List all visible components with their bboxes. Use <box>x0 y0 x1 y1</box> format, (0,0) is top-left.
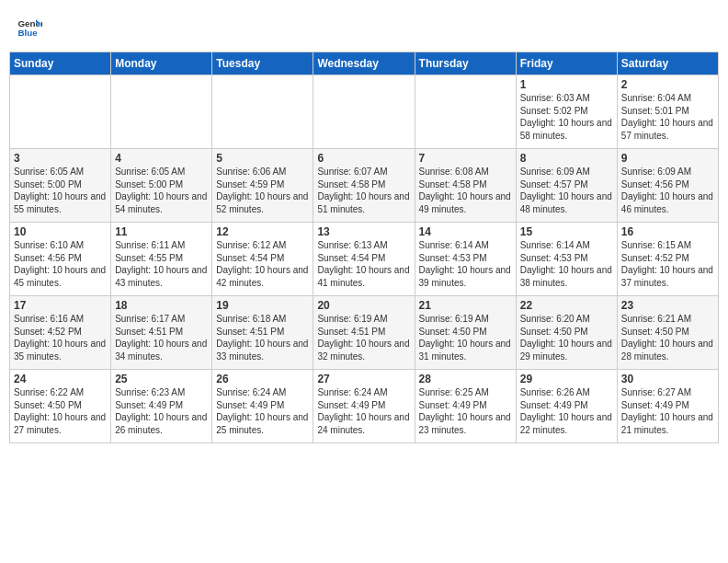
day-info: Sunrise: 6:17 AM Sunset: 4:51 PM Dayligh… <box>115 313 208 362</box>
calendar-cell: 26Sunrise: 6:24 AM Sunset: 4:49 PM Dayli… <box>212 370 313 443</box>
calendar-cell: 12Sunrise: 6:12 AM Sunset: 4:54 PM Dayli… <box>212 223 313 296</box>
day-number: 17 <box>14 299 107 312</box>
day-number: 13 <box>317 225 410 238</box>
day-number: 2 <box>621 78 714 91</box>
calendar-cell: 2Sunrise: 6:04 AM Sunset: 5:01 PM Daylig… <box>617 75 718 149</box>
calendar-cell: 16Sunrise: 6:15 AM Sunset: 4:52 PM Dayli… <box>617 223 718 296</box>
calendar-week-row: 1Sunrise: 6:03 AM Sunset: 5:02 PM Daylig… <box>10 75 719 149</box>
day-number: 12 <box>216 225 309 238</box>
day-number: 15 <box>520 225 613 238</box>
day-info: Sunrise: 6:07 AM Sunset: 4:58 PM Dayligh… <box>317 166 410 215</box>
day-number: 20 <box>317 299 410 312</box>
calendar-cell: 15Sunrise: 6:14 AM Sunset: 4:53 PM Dayli… <box>516 223 617 296</box>
calendar-week-row: 3Sunrise: 6:05 AM Sunset: 5:00 PM Daylig… <box>10 149 719 223</box>
page-header: General Blue <box>9 9 719 46</box>
logo-icon: General Blue <box>17 13 42 39</box>
day-info: Sunrise: 6:21 AM Sunset: 4:50 PM Dayligh… <box>621 313 714 362</box>
calendar-cell: 29Sunrise: 6:26 AM Sunset: 4:49 PM Dayli… <box>516 370 617 443</box>
calendar-cell: 19Sunrise: 6:18 AM Sunset: 4:51 PM Dayli… <box>212 296 313 370</box>
day-number: 14 <box>419 225 512 238</box>
calendar-cell: 20Sunrise: 6:19 AM Sunset: 4:51 PM Dayli… <box>313 296 415 370</box>
calendar-cell: 8Sunrise: 6:09 AM Sunset: 4:57 PM Daylig… <box>516 149 617 223</box>
calendar-cell <box>313 75 415 149</box>
day-number: 29 <box>520 373 613 385</box>
weekday-header-saturday: Saturday <box>617 52 718 75</box>
weekday-header-sunday: Sunday <box>10 52 111 75</box>
logo: General Blue <box>17 13 44 42</box>
calendar-cell: 10Sunrise: 6:10 AM Sunset: 4:56 PM Dayli… <box>10 223 111 296</box>
day-info: Sunrise: 6:14 AM Sunset: 4:53 PM Dayligh… <box>419 239 512 289</box>
day-number: 10 <box>14 225 107 238</box>
calendar-cell: 1Sunrise: 6:03 AM Sunset: 5:02 PM Daylig… <box>516 75 617 149</box>
day-info: Sunrise: 6:23 AM Sunset: 4:49 PM Dayligh… <box>115 386 208 436</box>
day-info: Sunrise: 6:06 AM Sunset: 4:59 PM Dayligh… <box>216 166 309 215</box>
day-number: 1 <box>520 78 613 91</box>
calendar-cell: 22Sunrise: 6:20 AM Sunset: 4:50 PM Dayli… <box>516 296 617 370</box>
day-number: 24 <box>14 373 107 385</box>
calendar-cell: 25Sunrise: 6:23 AM Sunset: 4:49 PM Dayli… <box>111 370 212 443</box>
day-info: Sunrise: 6:05 AM Sunset: 5:00 PM Dayligh… <box>115 166 208 215</box>
calendar-cell: 11Sunrise: 6:11 AM Sunset: 4:55 PM Dayli… <box>111 223 212 296</box>
day-number: 30 <box>621 373 714 385</box>
calendar-cell: 23Sunrise: 6:21 AM Sunset: 4:50 PM Dayli… <box>617 296 718 370</box>
day-number: 7 <box>419 152 512 165</box>
day-info: Sunrise: 6:13 AM Sunset: 4:54 PM Dayligh… <box>317 239 410 289</box>
calendar-cell: 27Sunrise: 6:24 AM Sunset: 4:49 PM Dayli… <box>313 370 415 443</box>
day-number: 11 <box>115 225 208 238</box>
day-info: Sunrise: 6:05 AM Sunset: 5:00 PM Dayligh… <box>14 166 107 215</box>
day-number: 8 <box>520 152 613 165</box>
day-number: 4 <box>115 152 208 165</box>
day-info: Sunrise: 6:24 AM Sunset: 4:49 PM Dayligh… <box>216 386 309 436</box>
calendar-cell: 14Sunrise: 6:14 AM Sunset: 4:53 PM Dayli… <box>415 223 516 296</box>
calendar-cell: 5Sunrise: 6:06 AM Sunset: 4:59 PM Daylig… <box>212 149 313 223</box>
calendar-cell <box>212 75 313 149</box>
weekday-header-friday: Friday <box>516 52 617 75</box>
calendar-week-row: 24Sunrise: 6:22 AM Sunset: 4:50 PM Dayli… <box>10 370 719 443</box>
day-number: 19 <box>216 299 309 312</box>
weekday-header-wednesday: Wednesday <box>313 52 415 75</box>
day-info: Sunrise: 6:16 AM Sunset: 4:52 PM Dayligh… <box>14 313 107 362</box>
day-info: Sunrise: 6:10 AM Sunset: 4:56 PM Dayligh… <box>14 239 107 289</box>
calendar-cell <box>10 75 111 149</box>
calendar-cell <box>111 75 212 149</box>
day-info: Sunrise: 6:22 AM Sunset: 4:50 PM Dayligh… <box>14 386 107 436</box>
day-number: 21 <box>419 299 512 312</box>
day-number: 25 <box>115 373 208 385</box>
day-number: 6 <box>317 152 410 165</box>
calendar-cell: 18Sunrise: 6:17 AM Sunset: 4:51 PM Dayli… <box>111 296 212 370</box>
calendar-table: SundayMondayTuesdayWednesdayThursdayFrid… <box>9 52 719 443</box>
day-number: 22 <box>520 299 613 312</box>
calendar-cell <box>415 75 516 149</box>
weekday-header-row: SundayMondayTuesdayWednesdayThursdayFrid… <box>10 52 719 75</box>
calendar-week-row: 17Sunrise: 6:16 AM Sunset: 4:52 PM Dayli… <box>10 296 719 370</box>
day-info: Sunrise: 6:26 AM Sunset: 4:49 PM Dayligh… <box>520 386 613 436</box>
calendar-cell: 6Sunrise: 6:07 AM Sunset: 4:58 PM Daylig… <box>313 149 415 223</box>
weekday-header-tuesday: Tuesday <box>212 52 313 75</box>
calendar-cell: 13Sunrise: 6:13 AM Sunset: 4:54 PM Dayli… <box>313 223 415 296</box>
day-number: 16 <box>621 225 714 238</box>
day-info: Sunrise: 6:14 AM Sunset: 4:53 PM Dayligh… <box>520 239 613 289</box>
day-number: 9 <box>621 152 714 165</box>
day-info: Sunrise: 6:20 AM Sunset: 4:50 PM Dayligh… <box>520 313 613 362</box>
day-info: Sunrise: 6:09 AM Sunset: 4:57 PM Dayligh… <box>520 166 613 215</box>
day-number: 27 <box>317 373 410 385</box>
day-info: Sunrise: 6:15 AM Sunset: 4:52 PM Dayligh… <box>621 239 714 289</box>
day-number: 3 <box>14 152 107 165</box>
day-info: Sunrise: 6:27 AM Sunset: 4:49 PM Dayligh… <box>621 386 714 436</box>
calendar-cell: 24Sunrise: 6:22 AM Sunset: 4:50 PM Dayli… <box>10 370 111 443</box>
calendar-cell: 7Sunrise: 6:08 AM Sunset: 4:58 PM Daylig… <box>415 149 516 223</box>
day-number: 5 <box>216 152 309 165</box>
calendar-cell: 3Sunrise: 6:05 AM Sunset: 5:00 PM Daylig… <box>10 149 111 223</box>
calendar-cell: 21Sunrise: 6:19 AM Sunset: 4:50 PM Dayli… <box>415 296 516 370</box>
calendar-cell: 17Sunrise: 6:16 AM Sunset: 4:52 PM Dayli… <box>10 296 111 370</box>
day-info: Sunrise: 6:04 AM Sunset: 5:01 PM Dayligh… <box>621 92 714 142</box>
calendar-cell: 4Sunrise: 6:05 AM Sunset: 5:00 PM Daylig… <box>111 149 212 223</box>
day-info: Sunrise: 6:08 AM Sunset: 4:58 PM Dayligh… <box>419 166 512 215</box>
calendar-cell: 30Sunrise: 6:27 AM Sunset: 4:49 PM Dayli… <box>617 370 718 443</box>
day-info: Sunrise: 6:19 AM Sunset: 4:50 PM Dayligh… <box>419 313 512 362</box>
day-info: Sunrise: 6:19 AM Sunset: 4:51 PM Dayligh… <box>317 313 410 362</box>
svg-text:Blue: Blue <box>17 28 38 38</box>
calendar-cell: 28Sunrise: 6:25 AM Sunset: 4:49 PM Dayli… <box>415 370 516 443</box>
day-info: Sunrise: 6:12 AM Sunset: 4:54 PM Dayligh… <box>216 239 309 289</box>
day-number: 18 <box>115 299 208 312</box>
